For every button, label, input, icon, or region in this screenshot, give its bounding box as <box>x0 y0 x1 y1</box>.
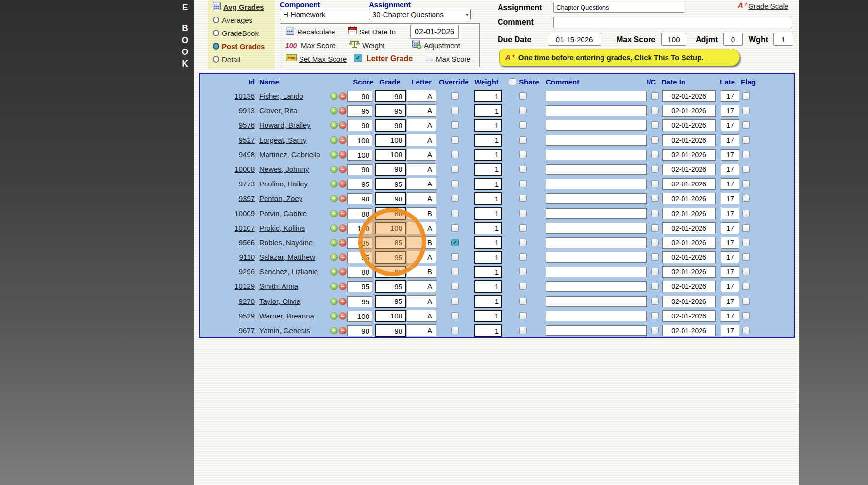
student-name-link[interactable]: Penton, Zoey <box>259 191 302 206</box>
score-input[interactable] <box>347 237 372 249</box>
override-checkbox[interactable] <box>451 268 459 275</box>
remove-score-icon[interactable]: − <box>339 312 347 320</box>
student-id-link[interactable]: 10107 <box>214 221 255 235</box>
late-input[interactable] <box>721 193 739 204</box>
override-checkbox[interactable] <box>451 107 459 114</box>
post-grades-radio[interactable] <box>213 43 219 50</box>
late-input[interactable] <box>721 90 739 102</box>
score-input[interactable] <box>347 105 372 117</box>
flag-checkbox[interactable] <box>742 327 750 334</box>
letter-input[interactable] <box>407 134 436 146</box>
flag-checkbox[interactable] <box>742 195 750 202</box>
score-input[interactable] <box>347 281 372 292</box>
remove-score-icon[interactable]: − <box>339 107 347 115</box>
flag-checkbox[interactable] <box>742 180 750 187</box>
weight-input[interactable] <box>474 192 502 205</box>
recalculate-link[interactable]: Recalculate <box>297 28 335 36</box>
score-input[interactable] <box>347 325 372 336</box>
grade-input[interactable] <box>375 222 406 234</box>
share-checkbox[interactable] <box>519 180 527 187</box>
averages-radio[interactable] <box>213 17 219 23</box>
ic-checkbox[interactable] <box>651 166 659 173</box>
grade-input[interactable] <box>375 104 406 117</box>
student-id-link[interactable]: 9397 <box>214 191 255 206</box>
score-input[interactable] <box>347 311 372 322</box>
ic-checkbox[interactable] <box>651 180 659 187</box>
weight-input[interactable] <box>474 295 502 308</box>
gradebook-radio[interactable] <box>213 30 219 36</box>
add-score-icon[interactable]: + <box>330 136 338 144</box>
set-date-in-link[interactable]: Set Date In <box>359 28 396 36</box>
add-score-icon[interactable]: + <box>330 312 338 320</box>
max-score-toggle-checkbox[interactable] <box>426 54 433 61</box>
post-grades-label[interactable]: Post Grades <box>222 42 265 50</box>
grade-input[interactable] <box>375 266 406 278</box>
student-id-link[interactable]: 9913 <box>214 103 255 118</box>
add-score-icon[interactable]: + <box>330 121 338 129</box>
date-in-input[interactable] <box>662 208 716 219</box>
student-name-link[interactable]: Potvin, Gabbie <box>259 206 307 221</box>
student-name-link[interactable]: Warner, Breanna <box>259 309 314 323</box>
letter-input[interactable] <box>407 222 436 234</box>
grade-input[interactable] <box>375 163 406 176</box>
share-header-checkbox[interactable] <box>509 78 516 85</box>
comment-field-input[interactable] <box>553 17 792 28</box>
comment-input[interactable] <box>546 193 647 204</box>
grade-input[interactable] <box>375 295 406 308</box>
flag-checkbox[interactable] <box>742 92 750 100</box>
share-checkbox[interactable] <box>519 136 527 144</box>
late-input[interactable] <box>721 222 739 234</box>
add-score-icon[interactable]: + <box>330 268 338 276</box>
remove-score-icon[interactable]: − <box>339 298 347 305</box>
add-score-icon[interactable]: + <box>330 283 338 290</box>
ic-checkbox[interactable] <box>651 136 659 144</box>
score-input[interactable] <box>347 179 372 190</box>
weight-input[interactable] <box>474 149 502 161</box>
score-input[interactable] <box>347 135 372 146</box>
late-input[interactable] <box>721 237 739 249</box>
student-name-link[interactable]: Salazar, Matthew <box>259 250 315 265</box>
flag-checkbox[interactable] <box>742 224 750 232</box>
grade-input[interactable] <box>375 90 406 102</box>
share-checkbox[interactable] <box>519 283 527 290</box>
letter-input[interactable] <box>407 178 436 190</box>
add-score-icon[interactable]: + <box>330 224 338 232</box>
comment-input[interactable] <box>546 223 647 234</box>
ic-checkbox[interactable] <box>651 210 659 217</box>
override-checkbox[interactable] <box>451 195 459 202</box>
student-name-link[interactable]: Fisher, Lando <box>259 89 303 103</box>
ic-checkbox[interactable] <box>651 327 659 334</box>
weight-input[interactable] <box>474 236 502 249</box>
date-in-input[interactable] <box>662 296 716 307</box>
score-input[interactable] <box>347 252 372 263</box>
late-input[interactable] <box>721 310 739 322</box>
add-score-icon[interactable]: + <box>330 327 338 334</box>
student-name-link[interactable]: Robles, Naydine <box>259 235 313 250</box>
override-checkbox[interactable] <box>451 136 459 144</box>
grade-input[interactable] <box>375 149 406 161</box>
student-id-link[interactable]: 9677 <box>214 323 255 338</box>
student-id-link[interactable]: 9270 <box>214 294 255 309</box>
ic-checkbox[interactable] <box>651 121 659 129</box>
comment-input[interactable] <box>546 296 647 307</box>
comment-input[interactable] <box>546 267 647 277</box>
share-checkbox[interactable] <box>519 224 527 232</box>
share-checkbox[interactable] <box>519 166 527 173</box>
student-name-link[interactable]: Sanchez, Lizlianie <box>259 265 318 279</box>
comment-input[interactable] <box>546 179 647 189</box>
letter-input[interactable] <box>407 295 436 307</box>
wght-input[interactable] <box>773 33 793 46</box>
comment-input[interactable] <box>546 252 647 263</box>
weight-input[interactable] <box>474 324 502 337</box>
student-name-link[interactable]: Glover, Rita <box>259 103 297 118</box>
student-id-link[interactable]: 10008 <box>214 162 255 177</box>
grade-input[interactable] <box>375 192 406 205</box>
comment-input[interactable] <box>546 281 647 292</box>
date-in-input[interactable] <box>662 325 716 336</box>
share-checkbox[interactable] <box>519 298 527 305</box>
score-input[interactable] <box>347 296 372 307</box>
grade-input[interactable] <box>375 207 406 220</box>
override-checkbox[interactable] <box>451 312 459 319</box>
date-in-input[interactable] <box>662 266 716 278</box>
flag-checkbox[interactable] <box>742 268 750 275</box>
